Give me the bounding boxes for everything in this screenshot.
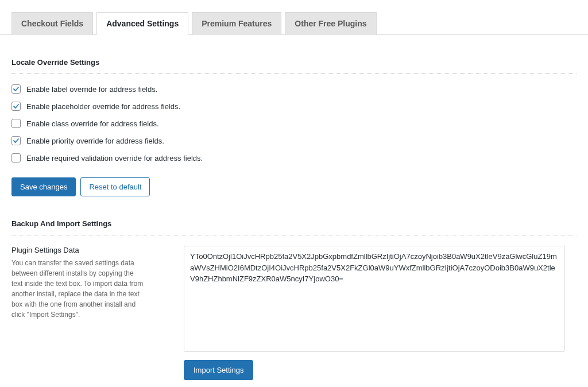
locale-override-heading: Locale Override Settings <box>11 58 577 67</box>
settings-data-textarea[interactable] <box>184 246 565 352</box>
checkbox-class-override[interactable] <box>11 119 21 128</box>
backup-subheading: Plugin Settings Data <box>11 246 144 254</box>
reset-button[interactable]: Reset to default <box>80 177 150 196</box>
checkbox-label: Enable placeholder override for address … <box>26 102 180 111</box>
checkbox-row-placeholder-override: Enable placeholder override for address … <box>11 102 577 111</box>
divider <box>11 73 577 74</box>
checkbox-label: Enable priority override for address fie… <box>26 137 164 145</box>
locale-override-section: Locale Override Settings Enable label ov… <box>0 58 588 196</box>
backup-help-text: You can transfer the saved settings data… <box>11 258 144 320</box>
checkbox-label-override[interactable] <box>11 84 21 94</box>
backup-import-section: Backup And Import Settings Plugin Settin… <box>0 219 588 380</box>
checkbox-label: Enable label override for address fields… <box>26 85 157 94</box>
checkbox-label: Enable class override for address fields… <box>26 119 159 128</box>
checkbox-priority-override[interactable] <box>11 136 21 145</box>
backup-import-heading: Backup And Import Settings <box>11 219 577 228</box>
import-settings-button[interactable]: Import Settings <box>184 360 253 380</box>
checkbox-placeholder-override[interactable] <box>11 102 21 111</box>
tab-other-free-plugins[interactable]: Other Free Plugins <box>285 12 376 35</box>
checkbox-row-required-override: Enable required validation override for … <box>11 153 577 162</box>
tab-checkout-fields[interactable]: Checkout Fields <box>11 12 93 35</box>
import-row: Import Settings <box>11 360 577 380</box>
tab-advanced-settings[interactable]: Advanced Settings <box>96 12 188 35</box>
checkbox-row-class-override: Enable class override for address fields… <box>11 119 577 128</box>
checkbox-row-label-override: Enable label override for address fields… <box>11 84 577 94</box>
save-button[interactable]: Save changes <box>11 177 76 196</box>
backup-row: Plugin Settings Data You can transfer th… <box>11 246 577 352</box>
checkbox-required-override[interactable] <box>11 153 21 162</box>
tab-bar: Checkout Fields Advanced Settings Premiu… <box>0 11 588 35</box>
action-buttons: Save changes Reset to default <box>11 177 577 196</box>
tab-premium-features[interactable]: Premium Features <box>192 12 281 35</box>
checkbox-label: Enable required validation override for … <box>26 154 203 162</box>
divider <box>11 235 577 235</box>
backup-help-column: Plugin Settings Data You can transfer th… <box>11 246 144 320</box>
checkbox-row-priority-override: Enable priority override for address fie… <box>11 136 577 145</box>
